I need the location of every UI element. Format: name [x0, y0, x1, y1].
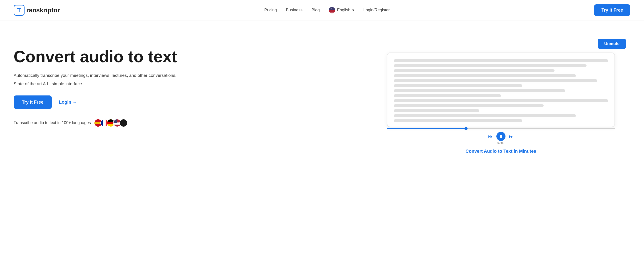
play-pause-button[interactable]: ⏸ [496, 132, 506, 141]
rewind-icon[interactable]: ⏮ [488, 134, 493, 139]
transcript-line [394, 109, 480, 112]
fast-forward-icon[interactable]: ⏭ [509, 134, 514, 139]
login-link[interactable]: Login → [59, 100, 77, 105]
nav-links: Pricing Business Blog ★★★ [264, 7, 390, 14]
svg-rect-23 [114, 119, 117, 123]
transcript-line [394, 64, 586, 67]
nav-blog[interactable]: Blog [312, 8, 320, 12]
transcript-line [394, 69, 554, 72]
us-flag-icon: ★★★ [329, 7, 335, 14]
transcript-line [394, 119, 522, 122]
logo-link[interactable]: T ranskriptor [14, 5, 60, 16]
logo-icon: T [14, 5, 24, 16]
transcript-line [394, 99, 608, 102]
transcript-line [394, 114, 576, 117]
languages-label: Transcribe audio to text in 100+ languag… [14, 120, 91, 125]
flag-extra [120, 119, 128, 127]
try-free-hero-button[interactable]: Try It Free [14, 95, 52, 109]
transcript-card [387, 53, 615, 127]
unmute-button[interactable]: Unmute [598, 39, 626, 49]
progress-dot [464, 127, 468, 130]
nav-business[interactable]: Business [286, 8, 302, 12]
hero-section: Convert audio to text Automatically tran… [0, 21, 644, 167]
hero-languages: Transcribe audio to text in 100+ languag… [14, 119, 353, 127]
pause-icon: ⏸ [499, 134, 503, 139]
transcript-line [394, 94, 501, 97]
svg-text:★★★: ★★★ [329, 8, 332, 10]
transcript-line [394, 104, 544, 107]
hero-title: Convert audio to text [14, 48, 353, 66]
svg-point-25 [120, 119, 127, 127]
hero-cta: Try It Free Login → [14, 95, 353, 109]
player-controls: ⏮ ⏸ ⏭ [488, 132, 514, 141]
transcript-line [394, 59, 608, 62]
navbar: T ranskriptor Pricing Business Blog [0, 0, 644, 21]
progress-bar-fill [387, 128, 467, 129]
convert-label: Convert Audio to Text in Minutes [466, 149, 536, 154]
svg-rect-3 [329, 11, 335, 11]
transcript-line [394, 79, 598, 82]
transcript-lines [394, 59, 608, 122]
language-label: English [337, 8, 350, 13]
hero-left: Convert audio to text Automatically tran… [14, 39, 353, 127]
hero-description-2: State of the art A.I., simple interface [14, 81, 353, 86]
try-free-nav-button[interactable]: Try It Free [594, 4, 630, 16]
login-register-link[interactable]: Login/Register [363, 8, 390, 12]
nav-pricing[interactable]: Pricing [264, 8, 277, 12]
hero-right: Unmute [371, 39, 630, 154]
logo-letter: T [17, 7, 21, 14]
logo-wordmark: ranskriptor [26, 7, 60, 14]
timestamp: 00:00 [498, 141, 504, 145]
transcript-line [394, 84, 522, 87]
language-chevron: ▾ [352, 8, 354, 13]
audio-player: ⏮ ⏸ ⏭ 00:00 [387, 128, 615, 145]
transcript-line [394, 89, 565, 92]
transcript-line [394, 74, 576, 77]
hero-description-1: Automatically transcribe your meetings, … [14, 72, 353, 79]
svg-rect-4 [329, 12, 335, 13]
flags-group [94, 119, 128, 127]
progress-bar-track[interactable] [387, 128, 615, 129]
language-selector[interactable]: ★★★ English ▾ [329, 7, 354, 14]
